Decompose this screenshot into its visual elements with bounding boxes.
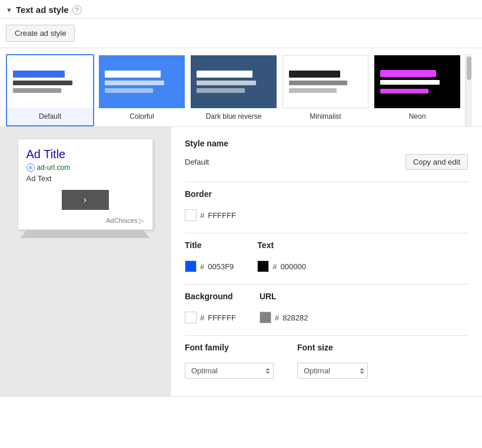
url-color-value: 828282 — [282, 313, 308, 322]
background-color-item: Background # FFFFFF — [185, 292, 236, 323]
title-color-row: # 0053F9 — [185, 260, 234, 272]
page-title: Text ad style — [16, 5, 69, 15]
border-color-swatch[interactable] — [185, 209, 197, 221]
background-label: Background — [185, 292, 236, 301]
border-section: Border # FFFFFF — [185, 189, 468, 221]
preview-bar — [380, 70, 436, 77]
scrollbar-thumb[interactable] — [467, 56, 471, 80]
style-card-label: Dark blue reverse — [206, 112, 262, 121]
style-card-label: Colorful — [129, 112, 154, 121]
preview-bar — [13, 81, 72, 85]
style-preview-neon — [374, 55, 460, 108]
divider — [185, 335, 468, 336]
ad-preview-container: Ad Title ⊕ ad-url.com Ad Text › AdChoice… — [18, 139, 153, 230]
font-family-item: Font family Optimal Arial Times New Roma… — [185, 343, 274, 379]
help-icon[interactable]: ? — [72, 5, 82, 15]
url-label: URL — [260, 292, 308, 301]
divider — [185, 284, 468, 285]
text-color-swatch[interactable] — [257, 260, 269, 272]
preview-bar — [105, 71, 161, 78]
main-content: Ad Title ⊕ ad-url.com Ad Text › AdChoice… — [0, 127, 482, 397]
background-color-value: FFFFFF — [208, 313, 236, 322]
create-btn-row: Create ad style — [0, 19, 482, 48]
style-preview-colorful — [99, 55, 185, 108]
url-color-item: URL # 828282 — [260, 292, 308, 323]
style-card-neon[interactable]: Neon — [373, 54, 461, 126]
title-color-item: Title # 0053F9 — [185, 240, 234, 272]
text-label: Text — [257, 240, 306, 250]
copy-and-edit-button[interactable]: Copy and edit — [405, 154, 468, 170]
preview-bar — [197, 71, 252, 78]
border-label: Border — [185, 189, 468, 199]
title-color-swatch[interactable] — [185, 260, 197, 272]
scrollbar-track[interactable] — [465, 54, 472, 126]
divider — [185, 182, 468, 182]
ad-button-arrow: › — [84, 195, 87, 205]
preview-bar — [13, 71, 65, 78]
ad-body-text: Ad Text — [26, 174, 144, 183]
style-card-label: Neon — [409, 112, 426, 121]
preview-bar — [380, 89, 428, 93]
text-color-item: Text # 000000 — [257, 240, 306, 272]
preview-bar — [197, 88, 245, 93]
style-preview-minimalist — [282, 55, 368, 108]
border-hash: # — [200, 211, 204, 220]
page-header: ▼ Text ad style ? — [0, 0, 482, 19]
ad-button[interactable]: › — [62, 190, 109, 210]
title-text-row: Title # 0053F9 Text # 000000 — [185, 240, 468, 272]
font-size-select[interactable]: Optimal Small Medium Large — [297, 363, 368, 379]
url-hash: # — [275, 313, 279, 322]
url-color-swatch[interactable] — [260, 312, 271, 323]
font-size-label: Font size — [297, 343, 368, 352]
text-color-row: # 000000 — [257, 260, 306, 272]
preview-bar — [105, 88, 153, 93]
style-card-label: Default — [39, 112, 61, 121]
settings-panel: Style name Default Copy and edit Border … — [171, 127, 482, 396]
border-color-row: # FFFFFF — [185, 209, 468, 221]
bg-hash: # — [200, 313, 204, 322]
ad-url-row: ⊕ ad-url.com — [26, 163, 144, 172]
font-size-select-wrapper: Optimal Small Medium Large — [297, 363, 368, 379]
panel-shadow — [21, 230, 150, 238]
style-card-minimalist[interactable]: Minimalist — [281, 54, 370, 126]
style-selector: Default Colorful Dark blue reverse Minim… — [0, 48, 482, 127]
style-preview-default — [7, 55, 93, 108]
font-family-select[interactable]: Optimal Arial Times New Roman Georgia — [185, 363, 274, 379]
preview-bar — [13, 88, 61, 93]
preview-bar — [289, 71, 340, 78]
background-color-row: # FFFFFF — [185, 312, 236, 323]
collapse-icon[interactable]: ▼ — [6, 6, 12, 14]
title-color-value: 0053F9 — [208, 262, 234, 271]
style-name-value: Default — [185, 158, 209, 166]
preview-bar — [197, 81, 256, 85]
font-size-item: Font size Optimal Small Medium Large — [297, 343, 368, 379]
font-family-label: Font family — [185, 343, 274, 352]
globe-icon: ⊕ — [26, 163, 35, 172]
style-card-label: Minimalist — [310, 112, 341, 121]
style-preview-darkblue — [191, 55, 277, 108]
ad-title[interactable]: Ad Title — [26, 148, 144, 161]
divider — [185, 233, 468, 233]
style-name-row: Default Copy and edit — [185, 154, 468, 170]
preview-bar — [105, 81, 164, 85]
preview-bar — [380, 80, 440, 85]
style-card-dark-blue-reverse[interactable]: Dark blue reverse — [190, 54, 278, 126]
bg-url-row: Background # FFFFFF URL # 828282 — [185, 292, 468, 323]
border-color-value: FFFFFF — [208, 211, 236, 220]
style-card-colorful[interactable]: Colorful — [98, 54, 186, 126]
background-color-swatch[interactable] — [185, 312, 197, 323]
title-label: Title — [185, 240, 234, 250]
text-hash: # — [272, 262, 277, 271]
ad-choices: AdChoices ▷ — [26, 213, 144, 225]
ad-url: ad-url.com — [37, 163, 71, 172]
ad-preview-panel: Ad Title ⊕ ad-url.com Ad Text › AdChoice… — [0, 127, 171, 396]
style-card-default[interactable]: Default — [6, 54, 94, 126]
preview-bar — [289, 88, 337, 93]
style-name-section-title: Style name — [185, 139, 468, 148]
font-row: Font family Optimal Arial Times New Roma… — [185, 343, 468, 379]
create-ad-style-button[interactable]: Create ad style — [6, 25, 75, 42]
url-color-row: # 828282 — [260, 312, 308, 323]
font-family-select-wrapper: Optimal Arial Times New Roman Georgia — [185, 363, 274, 379]
title-hash: # — [200, 262, 204, 271]
preview-bar — [289, 81, 347, 85]
